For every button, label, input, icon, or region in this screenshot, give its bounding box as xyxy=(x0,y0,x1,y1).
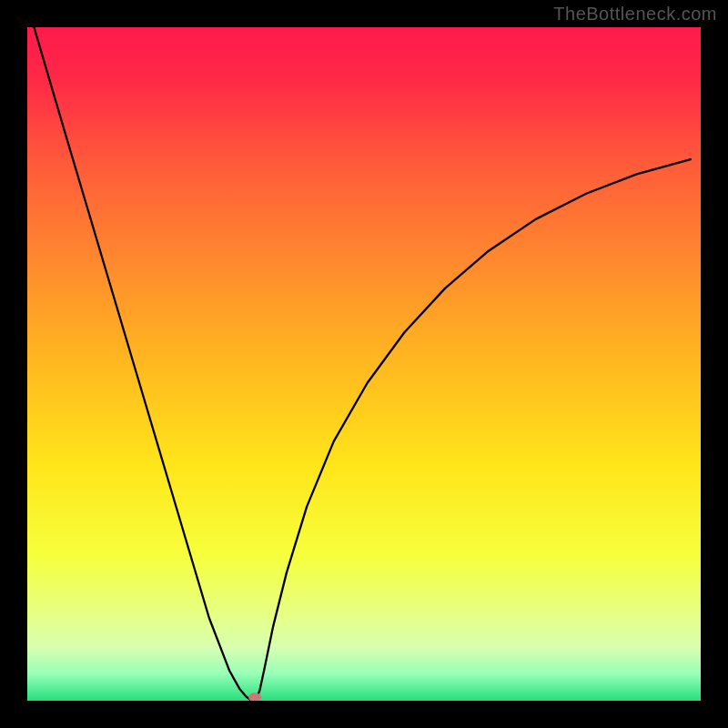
plot-area xyxy=(27,27,701,701)
chart-stage: TheBottleneck.com xyxy=(0,0,728,728)
chart-svg xyxy=(27,27,701,701)
gradient-background xyxy=(27,27,701,701)
watermark-text: TheBottleneck.com xyxy=(553,4,717,25)
